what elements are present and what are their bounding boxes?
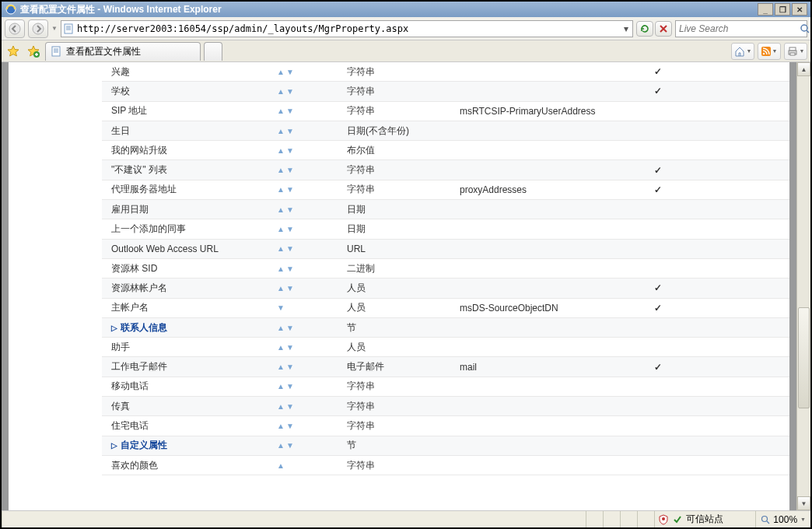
favorites-star-icon[interactable] <box>5 43 22 60</box>
new-tab-button[interactable] <box>204 42 222 61</box>
forward-button[interactable] <box>28 19 48 38</box>
scroll-thumb[interactable] <box>798 307 810 408</box>
zoom-control[interactable]: 100% ▼ <box>755 511 810 527</box>
move-down-icon[interactable]: ▼ <box>286 284 294 293</box>
property-name[interactable]: 兴趣 <box>102 65 269 79</box>
move-up-icon[interactable]: ▲ <box>277 244 285 253</box>
vertical-scrollbar[interactable]: ▲ ▼ <box>796 62 810 510</box>
section-header[interactable]: ▷联系人信息 <box>102 321 269 335</box>
property-type: 日期 <box>347 222 460 236</box>
refresh-button[interactable] <box>636 21 653 37</box>
move-up-icon[interactable]: ▲ <box>277 68 285 76</box>
move-down-icon[interactable]: ▼ <box>286 363 294 371</box>
section-header[interactable]: ▷自定义属性 <box>102 439 269 452</box>
property-name[interactable]: "不建议" 列表 <box>102 163 269 177</box>
scroll-up-button[interactable]: ▲ <box>797 62 810 76</box>
property-name[interactable]: SIP 地址 <box>102 104 269 117</box>
titlebar: 查看配置文件属性 - Windows Internet Explorer _ ❐… <box>2 2 810 17</box>
move-up-icon[interactable]: ▲ <box>277 146 285 155</box>
scroll-track[interactable] <box>797 76 810 496</box>
move-down-icon[interactable]: ▼ <box>286 264 294 273</box>
close-button[interactable]: ✕ <box>792 3 807 16</box>
move-down-icon[interactable]: ▼ <box>286 441 294 450</box>
svg-rect-3 <box>65 24 72 33</box>
property-name[interactable]: 学校 <box>102 85 269 98</box>
move-down-icon[interactable]: ▼ <box>286 87 294 96</box>
move-down-icon[interactable]: ▼ <box>286 166 294 174</box>
home-button[interactable]: ▼ <box>731 43 754 60</box>
move-up-icon[interactable]: ▲ <box>277 225 285 233</box>
browser-tab[interactable]: 查看配置文件属性 <box>45 42 201 61</box>
property-name[interactable]: 雇用日期 <box>102 203 269 216</box>
property-type: 节 <box>347 321 460 335</box>
move-up-icon[interactable]: ▲ <box>277 324 285 332</box>
move-up-icon[interactable]: ▲ <box>277 382 285 391</box>
move-down-icon[interactable]: ▼ <box>286 244 294 253</box>
move-down-icon[interactable]: ▼ <box>286 402 294 411</box>
move-up-icon[interactable]: ▲ <box>277 441 285 450</box>
move-down-icon[interactable]: ▼ <box>286 225 294 233</box>
status-message <box>2 511 586 527</box>
scroll-down-button[interactable]: ▼ <box>797 496 810 510</box>
property-name[interactable]: 助手 <box>102 341 269 354</box>
url-input[interactable] <box>75 23 620 34</box>
property-name[interactable]: 资源林帐户名 <box>102 282 269 295</box>
move-up-icon[interactable]: ▲ <box>277 343 285 352</box>
svg-rect-6 <box>52 47 60 56</box>
move-down-icon[interactable]: ▼ <box>286 324 294 332</box>
checkmark-icon <box>674 516 681 524</box>
move-down-icon[interactable]: ▼ <box>286 127 294 135</box>
move-down-icon[interactable]: ▼ <box>286 422 294 430</box>
search-bar[interactable] <box>675 20 807 37</box>
move-up-icon[interactable]: ▲ <box>277 185 285 194</box>
move-down-icon[interactable]: ▼ <box>286 185 294 194</box>
property-type: URL <box>347 243 460 254</box>
move-up-icon[interactable]: ▲ <box>277 461 285 470</box>
move-down-icon[interactable]: ▼ <box>286 68 294 76</box>
property-name[interactable]: 工作电子邮件 <box>102 360 269 373</box>
property-name[interactable]: 移动电话 <box>102 380 269 393</box>
move-up-icon[interactable]: ▲ <box>277 166 285 174</box>
move-down-icon[interactable]: ▼ <box>286 343 294 352</box>
move-up-icon[interactable]: ▲ <box>277 127 285 135</box>
stop-button[interactable] <box>655 21 672 37</box>
move-down-icon[interactable]: ▼ <box>286 107 294 115</box>
move-up-icon[interactable]: ▲ <box>277 107 285 115</box>
add-favorites-icon[interactable] <box>25 43 42 60</box>
property-type: 布尔值 <box>347 144 460 157</box>
search-input[interactable] <box>676 23 800 34</box>
back-button[interactable] <box>5 19 25 38</box>
move-up-icon[interactable]: ▲ <box>277 363 285 371</box>
property-name[interactable]: 上一个添加的同事 <box>102 222 269 236</box>
property-type: 人员 <box>347 341 460 354</box>
property-name[interactable]: 我的网站升级 <box>102 144 269 157</box>
print-button[interactable]: ▼ <box>784 43 807 60</box>
move-down-icon[interactable]: ▼ <box>286 205 294 214</box>
minimize-button[interactable]: _ <box>758 3 773 16</box>
address-bar[interactable]: ▾ <box>61 20 633 37</box>
move-down-icon[interactable]: ▼ <box>277 303 285 312</box>
nav-history-dropdown[interactable]: ▼ <box>51 25 58 32</box>
property-name[interactable]: Outlook Web Access URL <box>102 243 269 254</box>
maximize-button[interactable]: ❐ <box>775 3 790 16</box>
property-type: 节 <box>347 439 460 452</box>
search-icon[interactable] <box>800 23 810 34</box>
property-name[interactable]: 住宅电话 <box>102 419 269 433</box>
move-down-icon[interactable]: ▼ <box>286 382 294 391</box>
property-name[interactable]: 主帐户名 <box>102 301 269 314</box>
move-up-icon[interactable]: ▲ <box>277 205 285 214</box>
move-up-icon[interactable]: ▲ <box>277 87 285 96</box>
property-name[interactable]: 资源林 SID <box>102 262 269 275</box>
property-name[interactable]: 代理服务器地址 <box>102 183 269 196</box>
feeds-button[interactable]: ▼ <box>758 43 781 60</box>
property-name[interactable]: 生日 <box>102 124 269 138</box>
property-name[interactable]: 传真 <box>102 400 269 413</box>
move-up-icon[interactable]: ▲ <box>277 402 285 411</box>
move-up-icon[interactable]: ▲ <box>277 284 285 293</box>
move-down-icon[interactable]: ▼ <box>286 146 294 155</box>
move-up-icon[interactable]: ▲ <box>277 422 285 430</box>
address-dropdown[interactable]: ▾ <box>620 23 632 34</box>
property-name[interactable]: 喜欢的颜色 <box>102 459 269 472</box>
move-up-icon[interactable]: ▲ <box>277 264 285 273</box>
zoom-dropdown-icon[interactable]: ▼ <box>800 517 806 522</box>
